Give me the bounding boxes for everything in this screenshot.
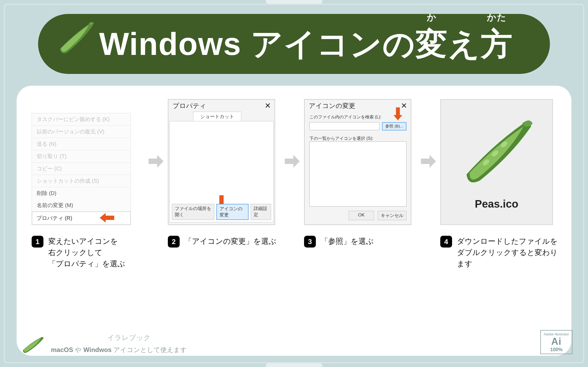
ruby-ka: か [416, 11, 448, 24]
ctx-item-rename[interactable]: 名前の変更 (M) [32, 199, 131, 212]
ai-badge-small: Adobe Illustrator [544, 332, 569, 336]
advanced-button[interactable]: 詳細設定 [251, 204, 271, 220]
step-1: タスクバーにピン留めする (K) 以前のバージョンの復元 (V) 送る (N) … [32, 99, 144, 269]
step-3-caption: 3 「参照」を選ぶ [304, 236, 374, 248]
close-icon[interactable]: ✕ [265, 101, 271, 110]
pea-pod-icon [459, 114, 534, 190]
ctx-item-properties-label: プロパティ (R) [36, 215, 72, 221]
step-3-badge: 3 [304, 236, 316, 248]
steps-card: タスクバーにピン留めする (K) 以前のバージョンの復元 (V) 送る (N) … [17, 86, 571, 356]
step-2-caption-text: 「アイコンの変更」を選ぶ [184, 236, 276, 247]
ctx-item-shortcut[interactable]: ショットカットの作成 (S) [32, 175, 131, 187]
select-label: 下の一覧からアイコンを選択 (S): [309, 136, 406, 141]
step-1-badge: 1 [32, 236, 43, 248]
browse-button[interactable]: 参照 (B)... [382, 122, 406, 130]
title-e: え [448, 26, 481, 62]
step-2-caption: 2 「アイコンの変更」を選ぶ [168, 236, 276, 248]
footer-sub-tail: アイコンとして使えます [112, 346, 187, 353]
footer: イラレブック macOS や Windwos アイコンとして使えます [21, 333, 187, 354]
ai-badge-big: Ai [551, 336, 561, 347]
arrow-left-icon [100, 212, 114, 223]
step-3-caption-text: 「参照」を選ぶ [321, 236, 374, 247]
frame-top-handle [266, 0, 322, 4]
ctx-item-delete[interactable]: 削除 (D) [32, 187, 131, 199]
ok-button[interactable]: OK [349, 211, 374, 220]
change-icon-dialog: アイコンの変更 ✕ このファイル内のアイコンを検索 (L): 参照 (B)... [304, 99, 411, 225]
ai-badge-pct: 100% [550, 347, 563, 353]
footer-sub-macos: macOS [51, 346, 73, 353]
properties-dialog-title: プロパティ [173, 102, 206, 110]
step-1-caption-l1: 変えたいアイコンを [48, 236, 125, 247]
ctx-item-pin[interactable]: タスクバーにピン留めする (K) [32, 113, 131, 126]
change-icon-dialog-title: アイコンの変更 [309, 102, 355, 110]
ctx-item-properties[interactable]: プロパティ (R) [32, 212, 131, 225]
step-4-caption-l1: ダウンロードしたファイルを [457, 236, 564, 247]
page-title: Windows アイコンのか変えかた方 [99, 23, 513, 66]
title-bar: Windows アイコンのか変えかた方 [38, 14, 550, 74]
icon-list[interactable] [309, 141, 406, 207]
outer-frame: Windows アイコンのか変えかた方 タスクバーにピン留めする (K) 以前の… [4, 4, 584, 363]
title-part-1: Windows アイコンの [99, 26, 416, 62]
change-icon-button[interactable]: アイコンの変更 [216, 204, 248, 220]
title-kae-base: 変 [416, 26, 448, 62]
footer-brand: イラレブック [51, 333, 187, 342]
tab-shortcut[interactable]: ショートカット [193, 112, 241, 121]
open-location-button[interactable]: ファイルの場所を開く [172, 204, 214, 220]
step-2-badge: 2 [168, 236, 180, 248]
pea-pod-icon [55, 18, 95, 58]
properties-dialog-body: ファイルの場所を開く アイコンの変更 詳細設定 [169, 121, 273, 222]
ai-badge: Adobe Illustrator Ai 100% [540, 330, 572, 354]
cancel-button[interactable]: キャンセル [378, 211, 406, 220]
title-kata-base: 方 [481, 26, 513, 62]
flow-arrow-1 [145, 99, 167, 170]
icon-preview: Peas.ico [440, 99, 553, 225]
step-1-caption-l2: 右クリックして [48, 247, 125, 258]
ruby-kata: かた [481, 11, 513, 24]
flow-arrow-3 [418, 99, 439, 170]
step-4-badge: 4 [440, 236, 452, 248]
context-menu: タスクバーにピン留めする (K) 以前のバージョンの復元 (V) 送る (N) … [32, 113, 131, 225]
icon-path-input[interactable] [309, 122, 379, 130]
step-4: Peas.ico 4 ダウンロードしたファイルを ダブルクリックすると変わります [440, 99, 564, 269]
footer-sub-ya: や [73, 346, 83, 353]
step-1-caption-l3: 「プロパティ」を選ぶ [48, 258, 125, 269]
frame-bottom-handle [266, 363, 322, 367]
pea-pod-icon [21, 335, 45, 354]
step-3: アイコンの変更 ✕ このファイル内のアイコンを検索 (L): 参照 (B)... [304, 99, 417, 248]
icon-filename: Peas.ico [475, 198, 518, 210]
footer-sub-windows: Windwos [83, 346, 112, 353]
ctx-item-send[interactable]: 送る (N) [32, 138, 131, 150]
footer-subtitle: macOS や Windwos アイコンとして使えます [51, 346, 187, 354]
ctx-item-cut[interactable]: 切り取り (T) [32, 150, 131, 163]
ctx-item-restore[interactable]: 以前のバージョンの復元 (V) [32, 126, 131, 138]
properties-dialog: プロパティ ✕ ショートカット ファイルの場所を開く アイコンの変更 詳 [168, 99, 275, 225]
step-1-caption: 1 変えたいアイコンを 右クリックして 「プロパティ」を選ぶ [32, 236, 125, 269]
ctx-item-copy[interactable]: コピー (C) [32, 163, 131, 175]
arrow-down-icon [393, 107, 403, 121]
step-4-caption-l2: ダブルクリックすると変わります [457, 247, 564, 269]
step-2: プロパティ ✕ ショートカット ファイルの場所を開く アイコンの変更 詳 [168, 99, 280, 248]
search-label: このファイル内のアイコンを検索 (L): [309, 114, 406, 120]
step-4-caption: 4 ダウンロードしたファイルを ダブルクリックすると変わります [440, 236, 564, 269]
flow-arrow-2 [282, 99, 303, 170]
